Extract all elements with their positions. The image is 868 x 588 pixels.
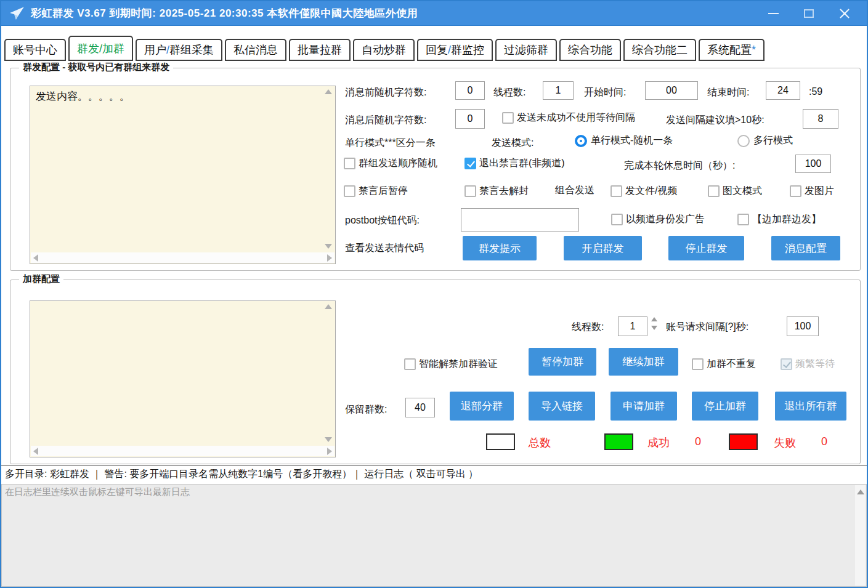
fail-label: 失败 — [774, 435, 796, 450]
checkbox-pause-on-mute[interactable]: 禁言后暂停 — [344, 185, 408, 198]
scroll-right-arrow[interactable] — [327, 254, 332, 262]
label-send-interval: 发送间隔建议填>10秒: — [666, 114, 765, 127]
tab-misc-functions[interactable]: 综合功能 — [559, 39, 621, 61]
total-swatch — [486, 433, 515, 450]
keep-groups-input[interactable] — [405, 398, 435, 417]
stop-mass-send-button[interactable]: 停止群发 — [668, 236, 744, 260]
checkbox-send-file-video[interactable]: 发文件/视频 — [610, 185, 677, 198]
tab-bar: 账号中心 群发/加群 用户/群组采集 私信消息 批量拉群 自动炒群 回复/群监控… — [4, 36, 765, 61]
msg-prefix-count-input[interactable] — [455, 81, 485, 100]
scroll-right-arrow[interactable] — [327, 448, 332, 455]
minimize-icon — [768, 13, 779, 14]
checkbox-box — [790, 185, 801, 197]
checkbox-image-text-mode[interactable]: 图文模式 — [708, 185, 762, 198]
checkbox-mute-unban[interactable]: 禁言去解封 — [464, 185, 529, 198]
scroll-up-arrow[interactable] — [325, 89, 332, 94]
total-label: 总数 — [529, 435, 551, 450]
tab-private-message[interactable]: 私信消息 — [225, 39, 286, 61]
join-links-memo — [30, 300, 336, 457]
minimize-button[interactable] — [765, 5, 782, 22]
link-view-emoji-codes[interactable]: 查看发送表情代码 — [345, 242, 424, 255]
tab-auto-chat[interactable]: 自动炒群 — [353, 39, 415, 61]
tab-reply-monitor[interactable]: 回复/群监控 — [417, 39, 493, 61]
tab-filter-groups[interactable]: 过滤筛群 — [495, 39, 557, 61]
stop-join-button[interactable]: 停止加群 — [692, 392, 758, 421]
stepper-up-button[interactable] — [651, 317, 657, 321]
apply-join-button[interactable]: 申请加群 — [610, 392, 677, 421]
postbot-code-input[interactable] — [461, 208, 579, 232]
checkbox-box — [708, 185, 720, 197]
fail-count: 0 — [821, 435, 827, 448]
checkbox-join-while-send[interactable]: 【边加群边发】 — [737, 213, 821, 226]
label-join-threads: 线程数: — [572, 321, 604, 334]
scroll-up-arrow[interactable] — [857, 489, 864, 494]
checkbox-box — [610, 185, 622, 197]
scroll-down-arrow[interactable] — [325, 244, 332, 249]
label-msg-suffix-count: 消息后随机字符数: — [345, 114, 426, 127]
label-send-mode: 发送模式: — [492, 137, 533, 150]
tab-batch-pull[interactable]: 批量拉群 — [289, 39, 351, 61]
horizontal-scrollbar[interactable] — [31, 446, 335, 456]
statusbar-info: 多开目录: 彩虹群发 ｜ 警告: 要多开端口目录名需从纯数字1编号（看多开教程）… — [5, 468, 478, 481]
stepper-down-button[interactable] — [651, 326, 657, 330]
radio-circle — [575, 135, 587, 147]
window-title: 彩虹群发 V3.67 到期时间: 2025-05-21 20:30:35 本软件… — [31, 6, 418, 20]
radio-multi-line-mode[interactable]: 多行模式 — [737, 134, 793, 147]
success-label: 成功 — [647, 435, 670, 450]
close-button[interactable] — [836, 5, 853, 22]
maximize-icon — [804, 9, 814, 18]
start-mass-send-button[interactable]: 开启群发 — [564, 236, 642, 260]
checkbox-channel-identity-ad[interactable]: 以频道身份发广告 — [611, 213, 705, 226]
round-rest-time-input[interactable] — [795, 155, 831, 173]
send-threads-input[interactable] — [543, 81, 574, 100]
checkbox-send-image[interactable]: 发图片 — [790, 185, 834, 198]
join-links-input[interactable] — [30, 301, 335, 457]
close-icon — [839, 8, 850, 19]
quit-partial-groups-button[interactable]: 退部分群 — [450, 392, 514, 421]
horizontal-scrollbar[interactable] — [31, 252, 335, 263]
tab-user-group-collect[interactable]: 用户/群组采集 — [136, 39, 222, 61]
checkbox-box — [464, 185, 476, 197]
send-content-input[interactable]: 发送内容。。。。。 — [30, 86, 335, 264]
request-interval-input[interactable] — [787, 316, 819, 336]
send-interval-input[interactable] — [803, 109, 838, 129]
end-time-input[interactable] — [766, 81, 800, 100]
success-swatch — [604, 433, 633, 450]
checkbox-no-wait-on-fail[interactable]: 发送未成功不使用等待间隔 — [502, 111, 635, 124]
message-config-button[interactable]: 消息配置 — [771, 236, 840, 260]
checkbox-smart-unban-verify[interactable]: 智能解禁加群验证 — [404, 358, 498, 371]
checkbox-box — [611, 214, 623, 225]
tab-mass-send-join[interactable]: 群发/加群 — [68, 36, 133, 61]
log-hint: 在日志栏里连续双击鼠标左键可导出最新日志 — [5, 486, 190, 498]
checkbox-no-repeat-join[interactable]: 加群不重复 — [692, 358, 756, 371]
radio-single-line-mode[interactable]: 单行模式-随机一条 — [575, 134, 673, 147]
msg-suffix-count-input[interactable] — [455, 109, 485, 129]
tab-account-center[interactable]: 账号中心 — [4, 39, 66, 61]
scroll-left-arrow[interactable] — [33, 448, 38, 455]
checkbox-box — [404, 358, 416, 370]
checkbox-random-group-order[interactable]: 群组发送顺序随机 — [344, 157, 437, 170]
quit-all-groups-button[interactable]: 退出所有群 — [775, 392, 846, 421]
join-threads-input[interactable] — [618, 316, 647, 336]
scroll-left-arrow[interactable] — [33, 254, 38, 262]
maximize-button[interactable] — [800, 5, 817, 22]
log-area[interactable]: 在日志栏里连续双击鼠标左键可导出最新日志 — [1, 484, 867, 587]
scroll-up-arrow[interactable] — [325, 304, 332, 309]
titlebar[interactable]: 彩虹群发 V3.67 到期时间: 2025-05-21 20:30:35 本软件… — [1, 1, 867, 26]
import-links-button[interactable]: 导入链接 — [529, 392, 595, 421]
resume-join-button[interactable]: 继续加群 — [609, 348, 678, 376]
pause-join-button[interactable]: 暂停加群 — [529, 348, 596, 376]
tab-system-config[interactable]: 系统配置* — [699, 39, 765, 61]
log-scrollbar[interactable] — [855, 485, 866, 586]
checkbox-quit-muted-groups[interactable]: 退出禁言群(非频道) — [464, 157, 565, 170]
scroll-down-arrow[interactable] — [325, 437, 332, 442]
mass-send-tip-button[interactable]: 群发提示 — [463, 236, 537, 260]
send-content-memo: 发送内容。。。。。 — [30, 86, 336, 264]
mass-send-group-legend: 群发配置 - 获取号内已有群组来群发 — [19, 62, 173, 73]
window-controls — [765, 5, 859, 22]
join-group-legend: 加群配置 — [19, 273, 63, 285]
tab-misc-functions-2[interactable]: 综合功能二 — [623, 39, 696, 61]
checkbox-box — [344, 158, 355, 169]
start-time-input[interactable] — [645, 81, 698, 100]
join-threads-stepper — [651, 317, 657, 330]
